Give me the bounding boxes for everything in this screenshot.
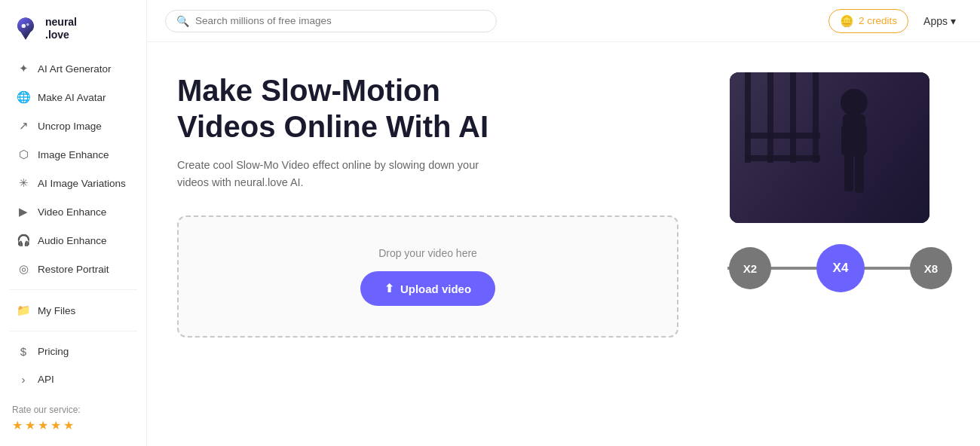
hexagon-icon: ⬡ bbox=[17, 148, 30, 161]
svg-rect-4 bbox=[745, 72, 751, 163]
rate-label: Rate our service: bbox=[12, 405, 81, 415]
sidebar: neural .love ✦ AI Art Generator 🌐 Make A… bbox=[0, 0, 147, 446]
svg-rect-8 bbox=[745, 155, 820, 161]
sidebar-item-label: Audio Enhance bbox=[38, 235, 107, 246]
preview-image bbox=[730, 72, 929, 223]
svg-rect-5 bbox=[767, 72, 773, 163]
sidebar-item-label: Uncrop Image bbox=[38, 121, 102, 132]
sidebar-divider bbox=[9, 289, 137, 290]
svg-rect-12 bbox=[841, 125, 850, 155]
logo-text-sub: .love bbox=[45, 29, 77, 41]
play-icon: ▶ bbox=[17, 205, 30, 218]
star-3[interactable]: ★ bbox=[38, 418, 48, 432]
svg-rect-6 bbox=[790, 72, 796, 163]
sidebar-divider-2 bbox=[9, 331, 137, 331]
sidebar-item-label: Image Enhance bbox=[38, 149, 109, 160]
sidebar-nav: ✦ AI Art Generator 🌐 Make AI Avatar ↗ Un… bbox=[0, 54, 146, 397]
apps-button[interactable]: Apps ▾ bbox=[917, 11, 962, 32]
star-4[interactable]: ★ bbox=[51, 418, 61, 432]
arrow-icon: ↗ bbox=[17, 119, 30, 133]
speed-label-x2: X2 bbox=[743, 262, 757, 275]
header: 🔍 🪙 2 credits Apps ▾ bbox=[147, 0, 980, 42]
svg-rect-15 bbox=[855, 154, 864, 193]
speed-label-x4: X4 bbox=[833, 261, 849, 276]
sidebar-item-ai-image-variations[interactable]: ✳ AI Image Variations bbox=[5, 170, 142, 197]
sparkle-icon: ✦ bbox=[17, 62, 30, 75]
title-line-2: Videos Online With AI bbox=[177, 110, 488, 143]
sidebar-item-label: My Files bbox=[38, 305, 75, 316]
search-bar[interactable]: 🔍 bbox=[165, 10, 497, 32]
headphone-icon: 🎧 bbox=[17, 234, 30, 247]
svg-rect-7 bbox=[813, 72, 819, 163]
svg-rect-3 bbox=[730, 72, 929, 223]
logo[interactable]: neural .love bbox=[0, 9, 146, 54]
globe-icon: 🌐 bbox=[17, 90, 30, 104]
sidebar-item-my-files[interactable]: 📁 My Files bbox=[5, 297, 142, 324]
asterisk-icon: ✳ bbox=[17, 176, 30, 190]
content-left: Make Slow-Motion Videos Online With AI C… bbox=[177, 72, 678, 423]
sidebar-item-pricing[interactable]: $ Pricing bbox=[5, 338, 142, 365]
rate-section: Rate our service: ★ ★ ★ ★ ★ bbox=[0, 397, 146, 437]
sidebar-item-label: Video Enhance bbox=[38, 206, 106, 218]
svg-point-10 bbox=[841, 89, 868, 116]
preview-image-container bbox=[730, 72, 929, 223]
sidebar-item-api[interactable]: › API bbox=[5, 366, 142, 393]
svg-point-1 bbox=[26, 23, 29, 26]
dollar-icon: $ bbox=[17, 345, 30, 358]
sidebar-item-label: Pricing bbox=[38, 346, 69, 357]
sidebar-item-label: Restore Portrait bbox=[38, 264, 109, 275]
svg-point-0 bbox=[22, 24, 26, 28]
star-2[interactable]: ★ bbox=[25, 418, 35, 432]
chevron-down-icon: ▾ bbox=[951, 15, 956, 27]
search-input[interactable] bbox=[195, 15, 485, 26]
speed-option-x4[interactable]: X4 bbox=[816, 244, 865, 292]
page-description: Create cool Slow-Mo Video effect online … bbox=[177, 157, 494, 191]
page-title: Make Slow-Motion Videos Online With AI bbox=[177, 72, 678, 145]
star-rating[interactable]: ★ ★ ★ ★ ★ bbox=[12, 418, 134, 432]
sidebar-item-make-ai-avatar[interactable]: 🌐 Make AI Avatar bbox=[5, 84, 142, 111]
folder-icon: 📁 bbox=[17, 304, 30, 317]
preview-svg bbox=[730, 72, 929, 223]
sidebar-item-audio-enhance[interactable]: 🎧 Audio Enhance bbox=[5, 227, 142, 254]
svg-rect-14 bbox=[844, 154, 853, 191]
credits-button[interactable]: 🪙 2 credits bbox=[828, 9, 908, 33]
speed-selector: X2 X4 X8 bbox=[706, 244, 952, 292]
logo-text-main: neural bbox=[45, 16, 77, 29]
svg-rect-13 bbox=[858, 125, 867, 154]
search-icon: 🔍 bbox=[176, 15, 189, 27]
sidebar-item-label: AI Image Variations bbox=[38, 178, 126, 189]
title-line-1: Make Slow-Motion bbox=[177, 74, 440, 107]
apps-label: Apps bbox=[923, 15, 948, 27]
coin-icon: 🪙 bbox=[840, 14, 854, 28]
code-icon: › bbox=[17, 373, 30, 386]
sidebar-item-ai-art-generator[interactable]: ✦ AI Art Generator bbox=[5, 55, 142, 82]
upload-icon: ⬆ bbox=[384, 282, 394, 295]
drop-zone-text: Drop your video here bbox=[378, 247, 477, 259]
sidebar-item-uncrop-image[interactable]: ↗ Uncrop Image bbox=[5, 112, 142, 139]
sidebar-item-restore-portrait[interactable]: ◎ Restore Portrait bbox=[5, 255, 142, 283]
sidebar-item-label: AI Art Generator bbox=[38, 63, 112, 75]
main-content: Make Slow-Motion Videos Online With AI C… bbox=[147, 42, 980, 446]
star-5[interactable]: ★ bbox=[63, 418, 74, 432]
content-right: X2 X4 X8 bbox=[709, 72, 950, 423]
credits-label: 2 credits bbox=[859, 15, 897, 26]
sidebar-item-image-enhance[interactable]: ⬡ Image Enhance bbox=[5, 141, 142, 168]
sidebar-item-video-enhance[interactable]: ▶ Video Enhance bbox=[5, 198, 142, 225]
sidebar-item-label: Make AI Avatar bbox=[38, 92, 106, 103]
header-right: 🪙 2 credits Apps ▾ bbox=[828, 9, 962, 33]
upload-button-label: Upload video bbox=[400, 283, 471, 295]
sidebar-item-label: API bbox=[38, 374, 54, 385]
svg-rect-9 bbox=[745, 133, 820, 139]
drop-zone[interactable]: Drop your video here ⬆ Upload video bbox=[177, 215, 678, 338]
speed-label-x8: X8 bbox=[924, 262, 938, 275]
speed-option-x2[interactable]: X2 bbox=[729, 247, 771, 289]
speed-option-x8[interactable]: X8 bbox=[910, 247, 952, 289]
upload-video-button[interactable]: ⬆ Upload video bbox=[360, 271, 495, 306]
star-1[interactable]: ★ bbox=[12, 418, 23, 432]
portrait-icon: ◎ bbox=[17, 262, 30, 276]
